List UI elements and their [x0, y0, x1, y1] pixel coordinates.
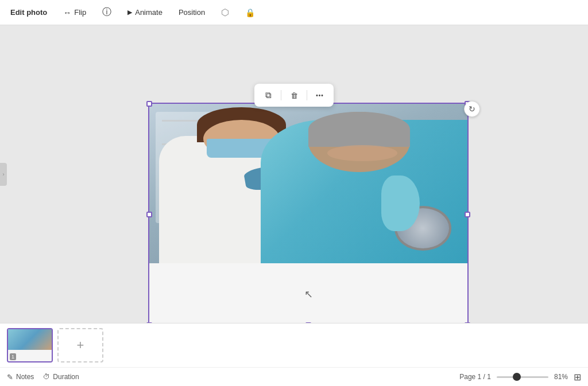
status-right: Page 1 / 1 81% ⊞: [459, 372, 581, 383]
handle-middle-right[interactable]: [465, 212, 470, 217]
lock-icon: 🔒: [245, 8, 255, 17]
page-info: Page 1 / 1: [459, 373, 491, 381]
zoom-level: 81%: [554, 373, 568, 381]
thumbnails-row: 1 +: [0, 323, 588, 367]
info-icon: ⓘ: [102, 6, 111, 18]
bottom-panel: 1 + ✎ Notes ⏱ Duration Page 1 / 1 81% ⊞: [0, 323, 588, 386]
lock-button[interactable]: 🔒: [242, 6, 258, 20]
patient-hair: [308, 112, 410, 147]
status-bar: ✎ Notes ⏱ Duration Page 1 / 1 81% ⊞: [0, 367, 588, 386]
selected-image[interactable]: ↖ ↻ ↻: [148, 103, 469, 323]
delete-button[interactable]: 🗑: [286, 87, 302, 103]
position-button[interactable]: Position: [175, 6, 208, 19]
toggle-chevron: ›: [3, 171, 5, 177]
dental-scene: [149, 104, 467, 263]
transparency-icon: ⬡: [221, 7, 229, 18]
duration-icon: ⏱: [43, 373, 50, 381]
more-options-button[interactable]: •••: [312, 87, 328, 103]
more-icon: •••: [316, 92, 324, 99]
handle-middle-left[interactable]: [146, 212, 152, 217]
grid-icon: ⊞: [574, 372, 581, 383]
animate-icon: ▶: [127, 9, 132, 16]
patient-face-lower: [327, 145, 397, 161]
notes-icon: ✎: [7, 373, 13, 381]
zoom-slider-container: [497, 376, 548, 378]
handle-bottom-left[interactable]: [146, 322, 152, 323]
canvas-area: › ⧉ 🗑 •••: [0, 25, 588, 323]
position-label: Position: [179, 8, 205, 17]
image-photo-area: [149, 104, 467, 263]
rotate-handle-top[interactable]: ↻: [464, 101, 480, 117]
info-button[interactable]: ⓘ: [99, 4, 115, 21]
animate-button[interactable]: ▶ Animate: [124, 6, 166, 19]
handle-top-left[interactable]: [146, 101, 152, 107]
flip-label: Flip: [74, 8, 86, 17]
add-slide-button[interactable]: +: [57, 328, 103, 362]
edit-photo-button[interactable]: Edit photo: [7, 6, 51, 19]
trash-icon: 🗑: [291, 91, 298, 100]
toolbar-divider-1: [281, 90, 281, 100]
copy-icon: ⧉: [265, 90, 272, 100]
cursor-icon: ↖: [304, 288, 313, 301]
toolbar-divider-2: [307, 90, 307, 100]
rotate-icon: ↻: [469, 104, 475, 114]
notes-button[interactable]: ✎ Notes: [7, 373, 34, 381]
thumbnail-1[interactable]: 1: [7, 328, 53, 362]
zoom-slider[interactable]: [497, 376, 548, 378]
grid-view-button[interactable]: ⊞: [574, 372, 581, 383]
element-toolbar: ⧉ 🗑 •••: [254, 84, 334, 107]
add-icon: +: [77, 338, 84, 353]
duration-label: Duration: [53, 373, 79, 381]
thumbnail-number-1: 1: [10, 353, 16, 360]
left-panel-toggle[interactable]: ›: [0, 163, 7, 186]
edit-photo-label: Edit photo: [10, 8, 47, 17]
animate-label: Animate: [135, 8, 163, 17]
flip-icon: ↔: [63, 8, 71, 17]
flip-button[interactable]: ↔ Flip: [60, 6, 90, 20]
handle-bottom-center[interactable]: [305, 322, 311, 323]
transparency-button[interactable]: ⬡: [218, 5, 233, 20]
handle-bottom-right[interactable]: [465, 322, 470, 323]
top-toolbar: Edit photo ↔ Flip ⓘ ▶ Animate Position ⬡…: [0, 0, 588, 25]
duplicate-button[interactable]: ⧉: [260, 87, 276, 103]
image-empty-area: ↖: [149, 263, 467, 323]
duration-button[interactable]: ⏱ Duration: [43, 373, 79, 381]
patient-arm: [381, 176, 419, 231]
notes-label: Notes: [16, 373, 34, 381]
status-left: ✎ Notes ⏱ Duration: [7, 373, 79, 381]
